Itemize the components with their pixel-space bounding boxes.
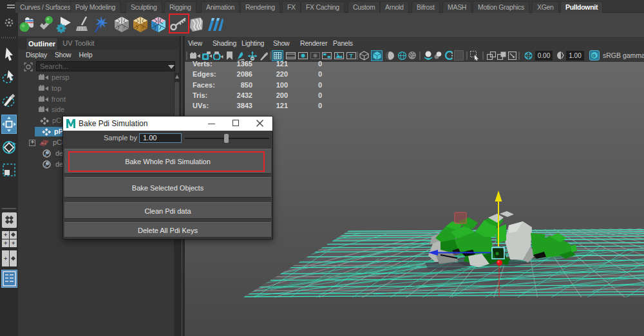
- svg-text:G: G: [592, 53, 596, 58]
- svg-text:+: +: [4, 240, 7, 247]
- svg-text:+: +: [4, 232, 7, 238]
- svg-text:T: T: [350, 53, 354, 59]
- svg-text:+: +: [12, 240, 15, 247]
- svg-text:+: +: [4, 256, 7, 262]
